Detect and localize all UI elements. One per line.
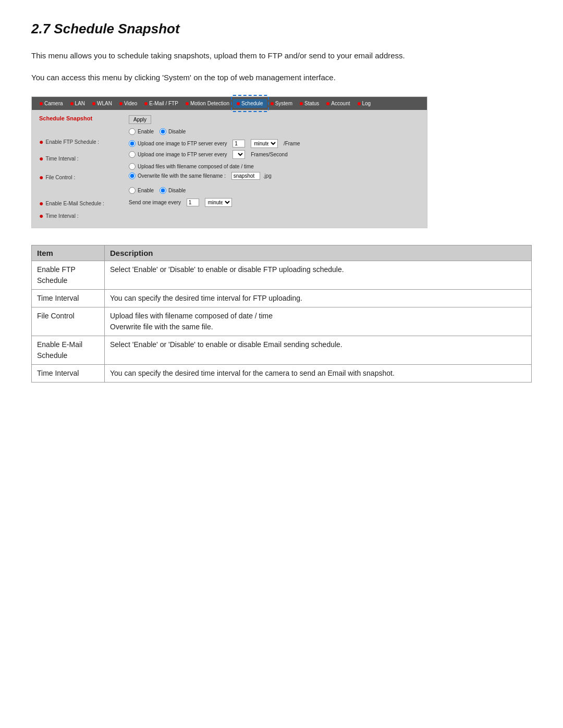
email-enable-bullet: ● — [39, 200, 43, 207]
nav-account[interactable]: Account — [323, 99, 353, 108]
nav-bar: Camera LAN WLAN Video E-Mail / FTP Motio… — [32, 97, 427, 110]
jpg-extension-label: .jpg — [263, 173, 272, 179]
description-table: Item Description Enable FTPSchedule Sele… — [31, 245, 532, 382]
ftp-time-label: ● Time Interval : — [39, 155, 107, 162]
ftp-time-bullet: ● — [39, 155, 43, 162]
table-cell-item-5: Time Interval — [32, 365, 105, 382]
email-disable-radio[interactable] — [160, 187, 166, 194]
table-row: File Control Upload files with filename … — [32, 307, 532, 336]
intro-paragraph-2: You can access this menu by clicking 'Sy… — [31, 71, 532, 84]
nav-email-ftp-dot — [144, 102, 148, 105]
nav-lan-dot — [70, 102, 74, 105]
nav-motion[interactable]: Motion Detection — [182, 99, 233, 108]
table-cell-item-3: File Control — [32, 307, 105, 336]
ftp-upload-per-frame-radio[interactable] — [129, 140, 136, 147]
ftp-disable-option: Disable — [168, 129, 186, 134]
ftp-upload-per-second-radio[interactable] — [129, 151, 136, 158]
email-time-label: ● Time Interval : — [39, 212, 107, 219]
ftp-enable-label-text: Enable FTP Schedule : — [45, 139, 99, 145]
nav-video[interactable]: Video — [116, 99, 141, 108]
email-time-label-text: Time Interval : — [45, 213, 78, 219]
nav-camera-dot — [40, 102, 43, 105]
email-enable-label-text: Enable E-Mail Schedule : — [45, 201, 104, 206]
table-row: Enable FTPSchedule Select 'Enable' or 'D… — [32, 261, 532, 290]
email-enable-label: ● Enable E-Mail Schedule : — [39, 200, 107, 207]
nav-system-dot — [271, 102, 274, 105]
ftp-disable-radio[interactable] — [160, 128, 166, 135]
ftp-enable-radio[interactable] — [129, 128, 136, 135]
nav-schedule[interactable]: Schedule — [233, 99, 267, 108]
ftp-upload-line1-text: Upload one image to FTP server every — [138, 141, 227, 146]
email-send-line-text: Send one image every — [129, 200, 181, 205]
table-cell-desc-3: Upload files with filename composed of d… — [105, 307, 532, 336]
email-enable-option1: Enable — [138, 188, 154, 193]
content-area: Schedule Snapshot ● Enable FTP Schedule … — [32, 110, 427, 228]
table-cell-item-1: Enable FTPSchedule — [32, 261, 105, 290]
nav-wlan-dot — [92, 102, 95, 105]
nav-motion-dot — [186, 102, 189, 105]
apply-button[interactable]: Apply — [129, 115, 151, 124]
nav-video-label: Video — [124, 101, 137, 106]
table-header-description: Description — [105, 245, 532, 261]
ftp-file-bullet: ● — [39, 174, 43, 181]
email-time-bullet: ● — [39, 212, 43, 219]
nav-wlan[interactable]: WLAN — [89, 99, 116, 108]
table-cell-item-4: Enable E-MailSchedule — [32, 336, 105, 365]
table-cell-item-2: Time Interval — [32, 290, 105, 307]
right-panel: Apply Enable Disable Upload one image to… — [129, 115, 420, 223]
nav-status-label: Status — [304, 101, 319, 106]
table-cell-desc-1: Select 'Enable' or 'Disable' to enable o… — [105, 261, 532, 290]
ftp-interval-input[interactable] — [232, 140, 245, 147]
table-row: Enable E-MailSchedule Select 'Enable' or… — [32, 336, 532, 365]
snapshot-filename-input[interactable] — [231, 172, 260, 180]
email-interval-unit-select[interactable]: minute(s) second(s) — [205, 198, 232, 207]
nav-email-ftp[interactable]: E-Mail / FTP — [141, 99, 182, 108]
nav-status[interactable]: Status — [296, 99, 323, 108]
nav-log[interactable]: Log — [354, 99, 375, 108]
table-row: Time Interval You can specify the desire… — [32, 365, 532, 382]
ftp-frames-select[interactable]: 2 1 3 — [232, 150, 245, 159]
nav-lan[interactable]: LAN — [67, 99, 89, 108]
table-cell-desc-5: You can specify the desired time interva… — [105, 365, 532, 382]
page-title: 2.7 Schedule Snapshot — [31, 21, 532, 37]
table-header-item: Item — [32, 245, 105, 261]
screenshot-panel: Camera LAN WLAN Video E-Mail / FTP Motio… — [31, 96, 427, 228]
nav-email-ftp-label: E-Mail / FTP — [149, 101, 178, 106]
nav-log-label: Log — [362, 101, 371, 106]
nav-video-dot — [119, 102, 123, 105]
ftp-enable-bullet: ● — [39, 138, 43, 145]
nav-motion-label: Motion Detection — [190, 101, 229, 106]
ftp-time-label-text: Time Interval : — [45, 156, 78, 162]
email-disable-option: Disable — [168, 188, 186, 193]
ftp-file-label-text: File Control : — [45, 175, 75, 180]
nav-schedule-dot — [237, 102, 240, 105]
nav-log-dot — [358, 102, 361, 105]
file-overwrite-label: Overwrite file with the same filename : — [138, 173, 226, 179]
panel-title: Schedule Snapshot — [39, 115, 123, 121]
nav-camera[interactable]: Camera — [36, 99, 67, 108]
ftp-interval-unit-select[interactable]: minute(s) second(s) — [251, 139, 278, 148]
file-overwrite-radio[interactable] — [129, 172, 136, 179]
nav-system-label: System — [275, 101, 292, 106]
nav-lan-label: LAN — [75, 101, 85, 106]
ftp-frames-per-second-label: Frames/Second — [251, 152, 288, 157]
table-cell-desc-4: Select 'Enable' or 'Disable' to enable o… — [105, 336, 532, 365]
ftp-file-label: ● File Control : — [39, 174, 107, 181]
intro-paragraph-1: This menu allows you to schedule taking … — [31, 50, 532, 62]
nav-wlan-label: WLAN — [97, 101, 112, 106]
nav-schedule-label: Schedule — [241, 101, 263, 106]
ftp-upload-line2-text: Upload one image to FTP server every — [138, 152, 227, 157]
ftp-enable-label: ● Enable FTP Schedule : — [39, 138, 107, 145]
file-date-time-radio[interactable] — [129, 163, 136, 170]
table-row: Time Interval You can specify the desire… — [32, 290, 532, 307]
nav-account-dot — [326, 102, 329, 105]
table-cell-desc-2: You can specify the desired time interva… — [105, 290, 532, 307]
email-interval-input[interactable] — [187, 199, 199, 206]
nav-camera-label: Camera — [44, 101, 63, 106]
email-enable-radio[interactable] — [129, 187, 136, 194]
nav-status-dot — [300, 102, 303, 105]
ftp-per-frame-label: /Frame — [284, 141, 300, 146]
file-date-time-label: Upload files with filename composed of d… — [138, 164, 254, 169]
nav-system[interactable]: System — [267, 99, 296, 108]
nav-account-label: Account — [331, 101, 350, 106]
